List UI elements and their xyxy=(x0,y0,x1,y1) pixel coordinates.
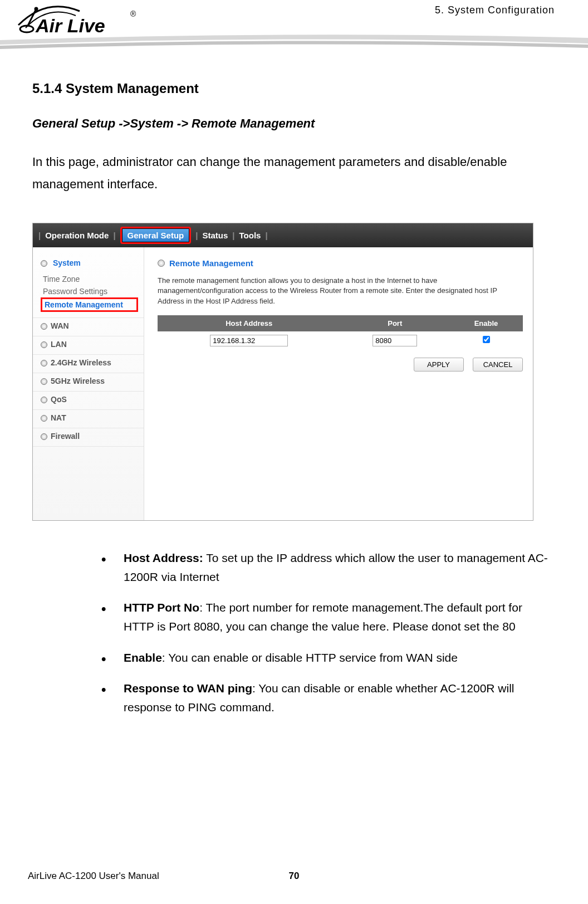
sidebar-item-system[interactable]: System xyxy=(53,258,81,267)
bullet-host-address: Host Address: To set up the IP address w… xyxy=(98,549,556,586)
page-header: 5. System Configuration Air Live ® xyxy=(0,0,588,53)
bullet-list: Host Address: To set up the IP address w… xyxy=(32,549,556,716)
breadcrumb: General Setup ->System -> Remote Managem… xyxy=(32,116,556,131)
sidebar-item-24ghz[interactable]: 2.4GHz Wireless xyxy=(51,358,111,367)
radio-icon xyxy=(41,397,47,403)
radio-icon xyxy=(41,360,47,367)
sidebar-item-wan[interactable]: WAN xyxy=(51,321,69,330)
bullet-wan-ping: Response to WAN ping: You can disable or… xyxy=(98,679,556,716)
panel-title: Remote Management xyxy=(158,258,523,268)
enable-checkbox[interactable] xyxy=(483,336,490,343)
sidebar: System Time Zone Password Settings Remot… xyxy=(33,247,144,520)
th-port: Port xyxy=(340,315,450,331)
sidebar-item-nat[interactable]: NAT xyxy=(51,413,66,422)
tab-operation-mode[interactable]: Operation Mode xyxy=(45,231,109,240)
bullet-enable: Enable: You can enable or disable HTTP s… xyxy=(98,648,556,667)
svg-point-2 xyxy=(35,7,38,11)
chapter-label: 5. System Configuration xyxy=(435,4,555,16)
tab-general-setup[interactable]: General Setup xyxy=(120,227,192,244)
sidebar-item-qos[interactable]: QoS xyxy=(51,395,67,404)
sidebar-item-firewall[interactable]: Firewall xyxy=(51,432,80,441)
sidebar-item-5ghz[interactable]: 5GHz Wireless xyxy=(51,377,105,385)
screenshot-figure: | Operation Mode | General Setup | Statu… xyxy=(32,223,533,521)
cancel-button[interactable]: CANCEL xyxy=(473,358,523,372)
svg-text:®: ® xyxy=(130,9,136,18)
header-swoosh xyxy=(0,33,588,50)
radio-icon xyxy=(41,260,47,267)
nav-tabs: | Operation Mode | General Setup | Statu… xyxy=(33,223,533,247)
footer-manual-name: AirLive AC-1200 User's Manual xyxy=(28,871,159,882)
page-footer: AirLive AC-1200 User's Manual 70 xyxy=(0,871,588,882)
sidebar-item-lan[interactable]: LAN xyxy=(51,340,67,349)
port-input[interactable] xyxy=(373,335,417,346)
host-address-input[interactable] xyxy=(210,335,288,346)
apply-button[interactable]: APPLY xyxy=(414,358,464,372)
intro-paragraph: In this page, administrator can change t… xyxy=(32,151,556,195)
svg-line-1 xyxy=(28,10,36,26)
sidebar-sub-remote-management[interactable]: Remote Management xyxy=(41,297,138,312)
radio-icon xyxy=(41,378,47,385)
radio-icon xyxy=(41,433,47,440)
remote-management-table: Host Address Port Enable xyxy=(158,315,523,350)
radio-icon xyxy=(41,341,47,348)
tab-tools[interactable]: Tools xyxy=(239,231,261,240)
bullet-http-port: HTTP Port No: The port number for remote… xyxy=(98,598,556,636)
page-content: 5.1.4 System Management General Setup ->… xyxy=(0,53,588,716)
panel-description: The remote management function allows yo… xyxy=(158,276,523,306)
radio-icon xyxy=(41,415,47,422)
th-host-address: Host Address xyxy=(158,315,341,331)
tab-status[interactable]: Status xyxy=(202,231,228,240)
main-panel: Remote Management The remote management … xyxy=(144,247,533,520)
sidebar-sub-timezone[interactable]: Time Zone xyxy=(41,273,138,285)
section-heading: 5.1.4 System Management xyxy=(32,81,556,96)
sidebar-sub-password[interactable]: Password Settings xyxy=(41,285,138,297)
th-enable: Enable xyxy=(450,315,523,331)
radio-icon xyxy=(41,323,47,330)
